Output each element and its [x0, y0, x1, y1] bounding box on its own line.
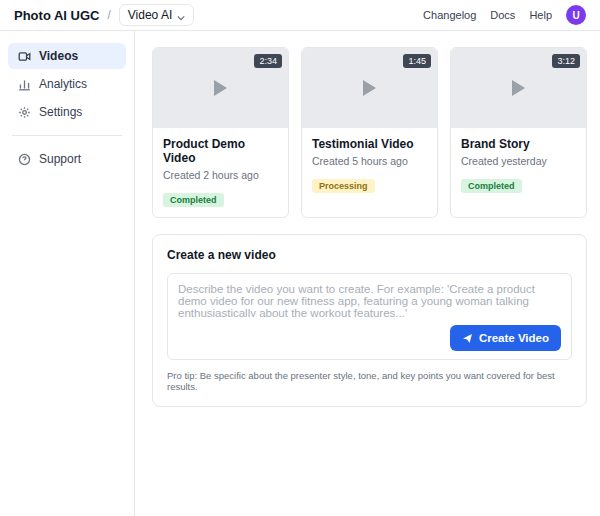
header: Photo AI UGC / Video AI Changelog Docs H…	[0, 0, 600, 31]
video-icon	[18, 50, 31, 63]
create-video-panel: Create a new video Create Video Pro tip:…	[152, 234, 587, 407]
avatar[interactable]: U	[566, 5, 586, 25]
breadcrumb-separator: /	[107, 8, 110, 22]
duration-badge: 3:12	[552, 54, 580, 68]
video-card-body: Brand Story Created yesterday Completed	[451, 128, 586, 203]
video-created: Created yesterday	[461, 155, 576, 167]
video-created: Created 2 hours ago	[163, 169, 278, 181]
video-card[interactable]: 2:34 Product Demo Video Created 2 hours …	[152, 47, 289, 218]
sidebar-item-label: Settings	[39, 105, 82, 119]
sidebar: Videos Analytics Settings Support	[0, 31, 135, 516]
video-card-list: 2:34 Product Demo Video Created 2 hours …	[152, 47, 587, 218]
sidebar-item-label: Videos	[39, 49, 78, 63]
nav-help[interactable]: Help	[529, 9, 552, 21]
sidebar-item-settings[interactable]: Settings	[8, 99, 126, 125]
input-actions: Create Video	[178, 325, 561, 351]
prompt-input-container: Create Video	[167, 273, 572, 360]
sidebar-item-analytics[interactable]: Analytics	[8, 71, 126, 97]
duration-badge: 1:45	[403, 54, 431, 68]
status-badge: Processing	[312, 179, 375, 193]
pro-tip-text: Pro tip: Be specific about the presenter…	[167, 370, 572, 392]
play-icon	[512, 80, 525, 96]
nav-changelog[interactable]: Changelog	[423, 9, 476, 21]
send-icon	[462, 333, 473, 344]
status-badge: Completed	[163, 193, 224, 207]
app-title: Photo AI UGC	[14, 8, 99, 23]
video-card[interactable]: 3:12 Brand Story Created yesterday Compl…	[450, 47, 587, 218]
play-icon	[214, 80, 227, 96]
gear-icon	[18, 106, 31, 119]
prompt-input[interactable]	[178, 283, 561, 317]
video-created: Created 5 hours ago	[312, 155, 427, 167]
chevron-down-icon	[177, 11, 185, 19]
workspace-label: Video AI	[128, 8, 172, 22]
status-badge: Completed	[461, 179, 522, 193]
video-title: Product Demo Video	[163, 137, 278, 165]
video-card-body: Testimonial Video Created 5 hours ago Pr…	[302, 128, 437, 203]
video-thumbnail[interactable]: 3:12	[451, 48, 586, 128]
video-thumbnail[interactable]: 1:45	[302, 48, 437, 128]
duration-badge: 2:34	[254, 54, 282, 68]
video-thumbnail[interactable]: 2:34	[153, 48, 288, 128]
sidebar-item-label: Support	[39, 152, 81, 166]
sidebar-item-label: Analytics	[39, 77, 87, 91]
sidebar-item-support[interactable]: Support	[8, 146, 126, 172]
sidebar-divider	[12, 135, 122, 136]
video-title: Testimonial Video	[312, 137, 427, 151]
nav-docs[interactable]: Docs	[490, 9, 515, 21]
play-icon	[363, 80, 376, 96]
create-panel-title: Create a new video	[167, 248, 572, 262]
sidebar-item-videos[interactable]: Videos	[8, 43, 126, 69]
header-nav: Changelog Docs Help U	[423, 5, 586, 25]
create-video-button[interactable]: Create Video	[450, 325, 561, 351]
video-card-body: Product Demo Video Created 2 hours ago C…	[153, 128, 288, 217]
create-video-button-label: Create Video	[479, 332, 549, 344]
main-content: 2:34 Product Demo Video Created 2 hours …	[135, 31, 600, 516]
bar-chart-icon	[18, 78, 31, 91]
video-title: Brand Story	[461, 137, 576, 151]
workspace-switcher[interactable]: Video AI	[119, 4, 194, 26]
video-card[interactable]: 1:45 Testimonial Video Created 5 hours a…	[301, 47, 438, 218]
help-circle-icon	[18, 153, 31, 166]
